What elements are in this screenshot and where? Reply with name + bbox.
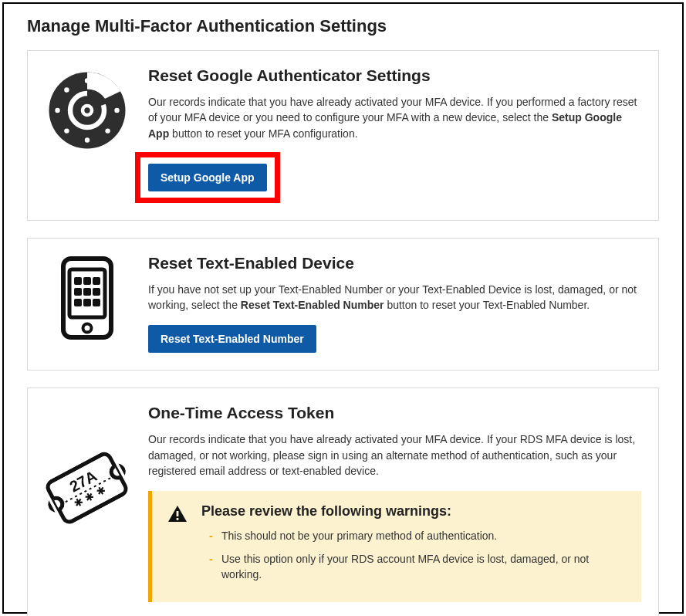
- warning-list: This should not be your primary method o…: [201, 529, 627, 582]
- svg-point-5: [85, 137, 90, 142]
- warning-body: Please review the following warnings: Th…: [201, 503, 627, 590]
- svg-rect-21: [83, 299, 91, 306]
- svg-rect-15: [83, 277, 91, 285]
- section-description: If you have not set up your Text-Enabled…: [148, 282, 641, 313]
- svg-rect-14: [74, 277, 82, 285]
- phone-icon: [45, 254, 130, 340]
- svg-rect-20: [74, 299, 82, 306]
- card-one-time-token: 27A ✱✱✱ One-Time Access Token Our record…: [27, 388, 659, 616]
- ticket-icon: 27A ✱✱✱: [45, 404, 130, 535]
- page-container: Manage Multi-Factor Authentication Setti…: [2, 2, 684, 614]
- desc-text-post: button to reset your MFA configuration.: [169, 127, 357, 140]
- svg-point-9: [105, 128, 110, 133]
- svg-point-10: [64, 128, 69, 133]
- section-description: Our records indicate that you have alrea…: [148, 432, 641, 479]
- warning-icon: [167, 503, 189, 590]
- section-title: One-Time Access Token: [148, 404, 641, 422]
- card-reset-text-device: Reset Text-Enabled Device If you have no…: [27, 238, 659, 371]
- svg-point-3: [84, 107, 90, 113]
- section-title: Reset Google Authenticator Settings: [148, 66, 641, 85]
- svg-rect-17: [74, 288, 82, 296]
- desc-text-post: button to reset your Text-Enabled Number…: [384, 299, 590, 311]
- svg-point-8: [64, 87, 69, 92]
- card-reset-google-auth: Reset Google Authenticator Settings Our …: [27, 50, 659, 221]
- svg-rect-18: [83, 288, 91, 296]
- desc-text-bold: Reset Text-Enabled Number: [241, 299, 384, 311]
- svg-rect-32: [177, 511, 179, 516]
- svg-point-7: [114, 108, 119, 113]
- warning-title: Please review the following warnings:: [201, 503, 627, 520]
- section-title: Reset Text-Enabled Device: [148, 254, 641, 272]
- svg-point-13: [83, 323, 92, 332]
- svg-point-4: [85, 78, 90, 83]
- svg-rect-33: [177, 518, 179, 520]
- section-content: Reset Text-Enabled Device If you have no…: [148, 254, 641, 354]
- svg-point-6: [55, 108, 59, 113]
- warning-panel: Please review the following warnings: Th…: [148, 491, 641, 602]
- section-description: Our records indicate that you have alrea…: [148, 94, 641, 141]
- section-content: One-Time Access Token Our records indica…: [148, 404, 641, 616]
- section-content: Reset Google Authenticator Settings Our …: [148, 66, 641, 203]
- warning-item: Use this option only if your RDS account…: [209, 552, 627, 582]
- svg-rect-19: [93, 288, 100, 296]
- highlight-box: Setup Google App: [135, 152, 280, 203]
- warning-item: This should not be your primary method o…: [209, 529, 627, 544]
- svg-rect-22: [93, 299, 100, 306]
- setup-google-app-button[interactable]: Setup Google App: [148, 164, 267, 191]
- reset-text-number-button[interactable]: Reset Text-Enabled Number: [148, 325, 316, 353]
- svg-rect-16: [93, 277, 100, 285]
- page-title: Manage Multi-Factor Authentication Setti…: [27, 16, 659, 36]
- authenticator-icon: [45, 66, 130, 153]
